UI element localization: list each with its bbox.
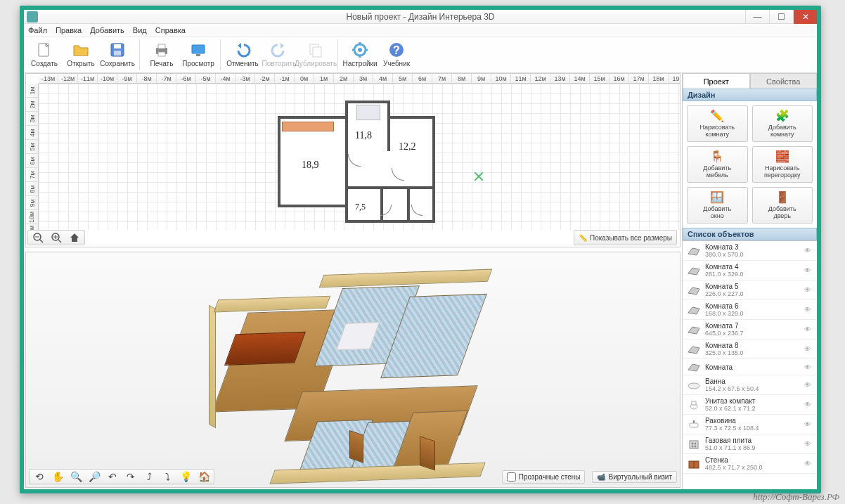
object-list[interactable]: Комната 3380.0 x 570.0👁Комната 4281.0 x … — [683, 240, 817, 489]
object-name: Комната — [705, 363, 800, 371]
home-button[interactable] — [67, 231, 82, 244]
toolbar-view-button[interactable]: Просмотр — [181, 38, 216, 72]
view3d-toolbar: ⟲ ✋ 🔍 🔎 ↶ ↷ ⤴ ⤵ 💡 🏠 — [29, 469, 214, 484]
menu-help[interactable]: Справка — [155, 26, 186, 34]
object-list-item[interactable]: Комната 5226.0 x 227.0👁 — [683, 280, 817, 300]
light-button[interactable]: 💡 — [179, 470, 193, 483]
object-list-item[interactable]: Стенка482.5 x 71.7 x 250.0👁 — [683, 454, 817, 474]
zoom-in-button[interactable] — [49, 231, 63, 244]
add-door-button[interactable]: 🚪Добавитьдверь — [752, 187, 813, 224]
view-3d[interactable]: ⟲ ✋ 🔍 🔎 ↶ ↷ ⤴ ⤵ 💡 🏠 Проз — [25, 252, 680, 488]
toolbar-create-button[interactable]: Создать — [27, 38, 62, 72]
visibility-toggle-icon[interactable]: 👁 — [804, 381, 813, 389]
object-list-item[interactable]: Унитаз компакт52.0 x 62.1 x 71.2👁 — [683, 395, 817, 415]
room-icon — [687, 265, 701, 276]
object-list-item[interactable]: Комната 3380.0 x 570.0👁 — [683, 241, 817, 261]
visibility-toggle-icon[interactable]: 👁 — [804, 306, 813, 314]
add-window-button[interactable]: 🪟Добавитьокно — [687, 187, 748, 224]
canvas-2d[interactable]: 18,9 11,8 12,2 — [39, 84, 680, 230]
view-2d[interactable]: -13м-12м-11м-10м-9м-8м-7м-6м-5м-4м-3м-2м… — [25, 73, 680, 247]
furniture-bed[interactable] — [356, 105, 380, 120]
tilt-down-button[interactable]: ⤵ — [160, 470, 174, 483]
object-list-item[interactable]: Комната 6168.0 x 329.0👁 — [683, 300, 817, 320]
draw-wall-button[interactable]: 🧱Нарисоватьперегородку — [752, 146, 813, 183]
toolbar-open-button[interactable]: Открыть — [63, 38, 98, 72]
orbit-left-button[interactable]: ↶ — [105, 470, 120, 483]
object-list-item[interactable]: Комната👁 — [683, 359, 817, 375]
transparent-walls-toggle[interactable]: Прозрачные стены — [502, 470, 586, 484]
svg-rect-3 — [114, 51, 121, 56]
sidebar: Проект Свойства Дизайн ✏️Нарисоватькомна… — [682, 73, 817, 489]
tab-project[interactable]: Проект — [683, 73, 750, 89]
orbit-right-button[interactable]: ↷ — [124, 470, 138, 483]
svg-rect-10 — [313, 47, 321, 57]
model-3d[interactable] — [202, 261, 525, 488]
add-room-icon: 🧩 — [775, 109, 789, 123]
visibility-toggle-icon[interactable]: 👁 — [804, 286, 813, 294]
visibility-toggle-icon[interactable]: 👁 — [804, 247, 813, 254]
svg-rect-7 — [192, 45, 205, 53]
wall-3d — [209, 305, 216, 428]
toolbar-help-button[interactable]: ?Учебник — [379, 38, 414, 72]
object-list-item[interactable]: Комната 8325.0 x 135.0👁 — [683, 340, 817, 359]
furniture-wall-unit[interactable] — [282, 122, 334, 131]
menu-edit[interactable]: Правка — [56, 26, 82, 34]
object-list-item[interactable]: Газовая плита51.0 x 71.1 x 86.9👁 — [683, 434, 817, 454]
visibility-toggle-icon[interactable]: 👁 — [804, 345, 813, 353]
svg-line-20 — [40, 240, 43, 243]
rotate-button[interactable]: ⟲ — [32, 470, 46, 483]
svg-rect-28 — [692, 401, 696, 405]
menu-file[interactable]: Файл — [28, 26, 47, 34]
add-window-label: Добавитьокно — [703, 206, 731, 220]
transparent-walls-checkbox[interactable] — [507, 472, 516, 482]
visibility-toggle-icon[interactable]: 👁 — [804, 401, 813, 408]
home-button[interactable]: 🏠 — [197, 470, 211, 483]
menu-add[interactable]: Добавить — [90, 26, 124, 34]
object-list-item[interactable]: Комната 7645.0 x 236.7👁 — [683, 320, 817, 340]
add-furniture-button[interactable]: 🪑Добавитьмебель — [687, 146, 748, 183]
visibility-toggle-icon[interactable]: 👁 — [804, 460, 813, 467]
visibility-toggle-icon[interactable]: 👁 — [804, 325, 813, 333]
virtual-visit-label: Виртуальный визит — [608, 473, 672, 481]
svg-line-23 — [58, 240, 61, 243]
toolbar-settings-button[interactable]: Настройки — [342, 38, 378, 72]
object-list-item[interactable]: Комната 4281.0 x 329.0👁 — [683, 261, 817, 280]
menu-view[interactable]: Вид — [133, 26, 147, 34]
tab-properties[interactable]: Свойства — [750, 73, 818, 89]
toolbar-save-button[interactable]: Сохранить — [100, 38, 135, 72]
door-3d[interactable] — [349, 430, 363, 463]
draw-wall-label: Нарисоватьперегородку — [764, 165, 801, 179]
stove-icon — [687, 439, 701, 450]
pan-button[interactable]: ✋ — [51, 470, 65, 483]
zoom-out-button[interactable] — [31, 231, 45, 244]
zoom-in-button[interactable]: 🔎 — [87, 470, 101, 483]
settings-icon — [351, 41, 368, 58]
create-label: Создать — [31, 60, 58, 67]
door-3d[interactable] — [420, 436, 435, 470]
draw-wall-icon: 🧱 — [775, 150, 789, 164]
zoom-out-button[interactable]: 🔍 — [69, 470, 83, 483]
furniture-3d-wall-unit[interactable] — [224, 332, 306, 366]
virtual-visit-button[interactable]: 📹 Виртуальный визит — [592, 471, 677, 483]
minimize-button[interactable]: — — [745, 10, 769, 24]
titlebar: Новый проект - Дизайн Интерьера 3D — ☐ ✕ — [24, 10, 817, 24]
draw-room-button[interactable]: ✏️Нарисоватькомнату — [687, 105, 748, 142]
maximize-button[interactable]: ☐ — [769, 10, 793, 24]
object-list-item[interactable]: Ванна154.2 x 67.5 x 50.4👁 — [683, 375, 817, 395]
visibility-toggle-icon[interactable]: 👁 — [804, 440, 813, 448]
toggle-dimensions[interactable]: 📏 Показывать все размеры — [574, 230, 677, 245]
visibility-toggle-icon[interactable]: 👁 — [804, 420, 813, 428]
svg-point-35 — [695, 445, 697, 447]
close-button[interactable]: ✕ — [793, 10, 817, 24]
object-name: Унитаз компакт — [705, 397, 800, 405]
visibility-toggle-icon[interactable]: 👁 — [804, 266, 813, 274]
object-list-item[interactable]: Раковина77.3 x 72.5 x 108.4👁 — [683, 415, 817, 434]
add-room-button[interactable]: 🧩Добавитькомнату — [752, 105, 813, 142]
svg-rect-8 — [196, 54, 200, 56]
toolbar-redo-button: Повторить — [262, 38, 297, 72]
toolbar-undo-button[interactable]: Отменить — [225, 38, 260, 72]
visibility-toggle-icon[interactable]: 👁 — [804, 363, 813, 371]
tilt-up-button[interactable]: ⤴ — [142, 470, 156, 483]
object-name: Комната 3 — [705, 243, 800, 251]
toolbar-print-button[interactable]: Печать — [144, 38, 179, 72]
